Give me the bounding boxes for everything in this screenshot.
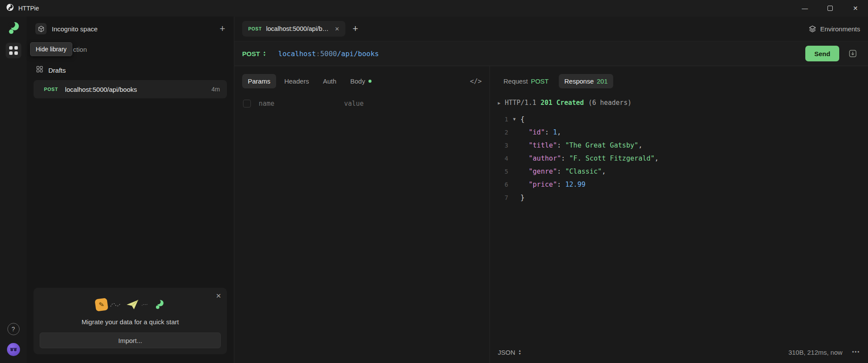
hide-library-tooltip: Hide library: [30, 42, 72, 56]
drafts-label: Drafts: [48, 67, 66, 74]
layers-icon: [809, 25, 816, 33]
url-colon: :: [316, 50, 320, 58]
drafts-section[interactable]: Drafts: [27, 64, 234, 77]
notebook-icon: ✎: [95, 298, 108, 312]
space-name: Incognito space: [52, 25, 98, 33]
tab-body[interactable]: Body: [344, 74, 377, 88]
response-meta: 310B, 212ms, now: [788, 349, 842, 356]
migrate-card-close-icon[interactable]: ✕: [216, 292, 221, 300]
save-request-button[interactable]: [845, 46, 860, 61]
code-line: 2 "id": 1,: [495, 126, 868, 139]
line-number: 4: [495, 152, 508, 165]
environments-button[interactable]: Environments: [809, 25, 860, 33]
maximize-button[interactable]: [817, 0, 843, 17]
library-toggle-button[interactable]: [6, 43, 21, 58]
draft-url: localhost:5000/api/books: [65, 86, 137, 93]
drafts-grid-icon: [36, 66, 43, 74]
request-panel: Params Headers Auth Body </> name value: [234, 66, 490, 363]
fold-gutter: [508, 165, 520, 178]
tab-params[interactable]: Params: [242, 74, 276, 88]
tab-label: localhost:5000/api/b…: [266, 25, 329, 32]
collection-row: Hide library ction: [27, 41, 234, 57]
response-footer: JSON ▲▼ 310B, 212ms, now •••: [490, 341, 868, 363]
close-button[interactable]: ✕: [843, 0, 868, 17]
left-rail: ?: [0, 17, 27, 363]
close-icon: ✕: [853, 5, 858, 12]
line-number: 6: [495, 178, 508, 191]
paper-plane-icon: [126, 299, 139, 310]
param-name-input[interactable]: name: [259, 100, 344, 108]
headers-fold-icon[interactable]: ▶: [498, 101, 500, 105]
method-selector[interactable]: POST ▲▼: [242, 50, 266, 57]
tab-headers[interactable]: Headers: [279, 74, 315, 88]
request-url-bar: POST ▲▼ localhost:5000/api/books Send: [234, 41, 868, 66]
url-input[interactable]: localhost:5000/api/books: [278, 50, 379, 58]
line-number: 2: [495, 126, 508, 139]
code-text: {: [520, 113, 524, 126]
line-number: 5: [495, 165, 508, 178]
draft-method-badge: POST: [44, 87, 58, 92]
space-box-icon: [35, 23, 47, 34]
response-status-line[interactable]: ▶ HTTP/1.1 201 Created (6 headers): [490, 99, 868, 107]
main-area: POST localhost:5000/api/b… ✕ + Environme…: [234, 17, 868, 363]
fold-gutter: [508, 191, 520, 204]
tab-response[interactable]: Response 201: [559, 74, 614, 88]
import-button[interactable]: Import...: [40, 333, 221, 348]
tab-close-icon[interactable]: ✕: [335, 26, 340, 32]
collection-label-partial: ction: [73, 46, 87, 53]
request-tab-active[interactable]: POST localhost:5000/api/b… ✕: [242, 21, 345, 37]
squiggle-line-icon: [142, 301, 151, 308]
migrate-illustration: ✎: [40, 296, 221, 314]
code-line: 1▼{: [495, 113, 868, 126]
app-title: HTTPie: [18, 5, 39, 12]
code-text: }: [520, 191, 524, 204]
code-text: "genre": "Classic",: [520, 165, 606, 178]
save-request-icon: [848, 49, 857, 58]
response-body: 1▼{2 "id": 1,3 "title": "The Great Gatsb…: [490, 113, 868, 341]
fold-gutter: [508, 126, 520, 139]
help-button[interactable]: ?: [7, 323, 20, 335]
new-request-button[interactable]: +: [220, 23, 225, 34]
minimize-icon: —: [802, 5, 808, 12]
space-switcher[interactable]: Incognito space +: [27, 17, 234, 41]
status-code: 201 Created: [540, 99, 584, 107]
send-button[interactable]: Send: [805, 46, 839, 61]
response-panel: Request POST Response 201 ▶ HTTP/1.1 201…: [490, 66, 868, 363]
fold-gutter: [508, 178, 520, 191]
url-port: 5000: [320, 50, 337, 58]
tab-request[interactable]: Request POST: [498, 74, 554, 88]
code-text: "title": "The Great Gatsby",: [520, 139, 642, 152]
more-menu-icon[interactable]: •••: [852, 349, 860, 355]
method-label: POST: [242, 50, 260, 57]
tab-auth[interactable]: Auth: [317, 74, 342, 88]
account-avatar[interactable]: [7, 343, 20, 356]
draft-timestamp: 4m: [212, 86, 220, 93]
fold-gutter: [508, 139, 520, 152]
apps-grid-icon: [9, 46, 18, 55]
param-checkbox[interactable]: [243, 100, 251, 108]
headers-count: (6 headers): [588, 99, 632, 107]
fold-gutter: [508, 152, 520, 165]
httpie-logo-small-icon: [154, 299, 165, 310]
code-line: 5 "genre": "Classic",: [495, 165, 868, 178]
migrate-text: Migrate your data for a quick start: [40, 318, 221, 326]
format-caret-icon: ▲▼: [518, 349, 521, 355]
fold-toggle-icon[interactable]: ▼: [508, 113, 520, 126]
param-value-input[interactable]: value: [344, 100, 364, 108]
httpie-window: HTTPie — ✕ ?: [0, 0, 868, 363]
squiggle-arrow-icon: [110, 301, 123, 308]
code-line: 7}: [495, 191, 868, 204]
new-tab-button[interactable]: +: [352, 23, 358, 34]
format-selector[interactable]: JSON ▲▼: [498, 349, 521, 356]
minimize-button[interactable]: —: [792, 0, 817, 17]
line-number: 1: [495, 113, 508, 126]
code-view-toggle[interactable]: </>: [470, 77, 482, 85]
line-number: 3: [495, 139, 508, 152]
param-row: name value: [242, 100, 482, 108]
format-label: JSON: [498, 349, 515, 356]
url-path: /api/books: [337, 50, 379, 58]
code-text: "author": "F. Scott Fitzgerald",: [520, 152, 659, 165]
draft-request-item[interactable]: POST localhost:5000/api/books 4m: [34, 80, 227, 98]
httpie-logo-icon[interactable]: [6, 21, 21, 36]
library-sidebar: Incognito space + Hide library ction Dra…: [27, 17, 234, 363]
